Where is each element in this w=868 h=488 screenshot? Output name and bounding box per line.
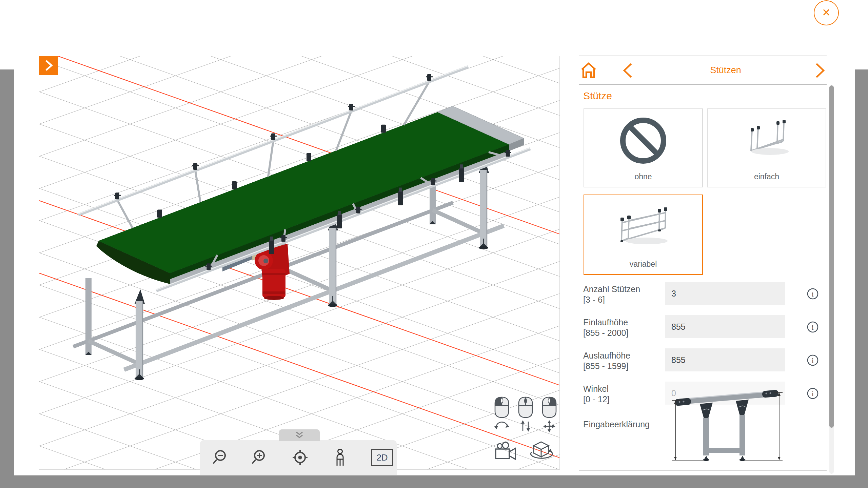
anzahl-stuetzen-input[interactable] bbox=[665, 282, 785, 305]
viewport-3d[interactable] bbox=[39, 56, 560, 470]
support-variable-image bbox=[584, 201, 702, 252]
conveyor-3d-scene bbox=[39, 56, 559, 469]
svg-text:i: i bbox=[812, 390, 814, 398]
svg-text:i: i bbox=[812, 357, 814, 365]
chevron-right-icon bbox=[815, 63, 825, 78]
field-label-anzahl-stuetzen: Anzahl Stützen[3 - 6] bbox=[583, 284, 665, 305]
info-button-auslauf[interactable]: i bbox=[807, 354, 819, 366]
toolbar-collapse-tab[interactable] bbox=[279, 429, 320, 441]
support-simple-image bbox=[708, 115, 826, 166]
option-label: einfach bbox=[708, 172, 826, 181]
nav-step-title: Stützen bbox=[637, 65, 814, 76]
info-button-winkel[interactable]: i bbox=[807, 387, 819, 400]
field-label-winkel: Winkel[0 - 12] bbox=[583, 384, 665, 405]
mouse-controls-icons bbox=[492, 395, 559, 468]
cube-rotate-icon bbox=[531, 442, 552, 458]
chevron-double-down-icon bbox=[294, 431, 305, 439]
explanation-label: Eingabeerklärung bbox=[583, 420, 650, 429]
nav-divider bbox=[579, 84, 827, 85]
mouse-left-rotate-icon bbox=[494, 397, 509, 429]
field-label-auslaufhoehe: Auslaufhöhe[855 - 1599] bbox=[583, 350, 665, 371]
info-icon: i bbox=[807, 288, 819, 300]
zoom-in-button[interactable] bbox=[251, 448, 270, 467]
close-button[interactable]: × bbox=[814, 0, 839, 25]
camera-icon bbox=[496, 442, 515, 459]
target-icon bbox=[291, 448, 310, 467]
option-label: variabel bbox=[584, 260, 702, 269]
mouse-controls-legend bbox=[492, 395, 559, 468]
info-button-anzahl[interactable]: i bbox=[807, 288, 819, 300]
option-card-variabel[interactable]: variabel bbox=[584, 195, 703, 275]
home-icon bbox=[580, 62, 597, 78]
person-view-button[interactable] bbox=[331, 448, 350, 467]
chevron-right-icon bbox=[43, 59, 54, 72]
info-icon: i bbox=[807, 354, 819, 366]
mouse-right-pan-icon bbox=[542, 397, 556, 432]
panel-bottom-divider bbox=[579, 470, 827, 471]
zoom-in-icon bbox=[251, 448, 270, 467]
expand-panel-button[interactable] bbox=[39, 56, 58, 75]
info-button-einlauf[interactable]: i bbox=[807, 321, 819, 333]
zoom-out-icon bbox=[212, 448, 231, 467]
option-card-einfach[interactable]: einfach bbox=[707, 108, 826, 187]
option-label: ohne bbox=[584, 172, 702, 181]
svg-text:i: i bbox=[812, 290, 814, 298]
panel-scrollbar-thumb[interactable] bbox=[829, 85, 834, 428]
info-icon: i bbox=[807, 321, 819, 333]
person-icon bbox=[331, 448, 350, 467]
prohibition-icon bbox=[584, 115, 702, 166]
mode-2d-button[interactable]: 2D bbox=[371, 449, 393, 466]
field-label-einlaufhoehe: Einlaufhöhe[855 - 2000] bbox=[583, 317, 665, 338]
option-card-ohne[interactable]: ohne bbox=[584, 108, 703, 187]
mouse-wheel-zoom-icon bbox=[519, 397, 532, 432]
info-icon: i bbox=[807, 387, 819, 400]
center-view-button[interactable] bbox=[291, 448, 310, 467]
svg-text:i: i bbox=[812, 323, 814, 331]
einlaufhoehe-input[interactable] bbox=[665, 315, 785, 338]
panel-top-divider bbox=[579, 56, 827, 56]
nav-back-button[interactable] bbox=[623, 63, 633, 78]
home-button[interactable] bbox=[580, 62, 597, 78]
nav-forward-button[interactable] bbox=[815, 63, 825, 78]
section-title: Stütze bbox=[583, 90, 612, 102]
auslaufhoehe-input[interactable] bbox=[665, 348, 785, 371]
chevron-left-icon bbox=[623, 63, 633, 78]
zoom-out-button[interactable] bbox=[212, 448, 231, 467]
explanation-image bbox=[671, 382, 783, 470]
viewport-toolbar: 2D bbox=[200, 440, 397, 475]
